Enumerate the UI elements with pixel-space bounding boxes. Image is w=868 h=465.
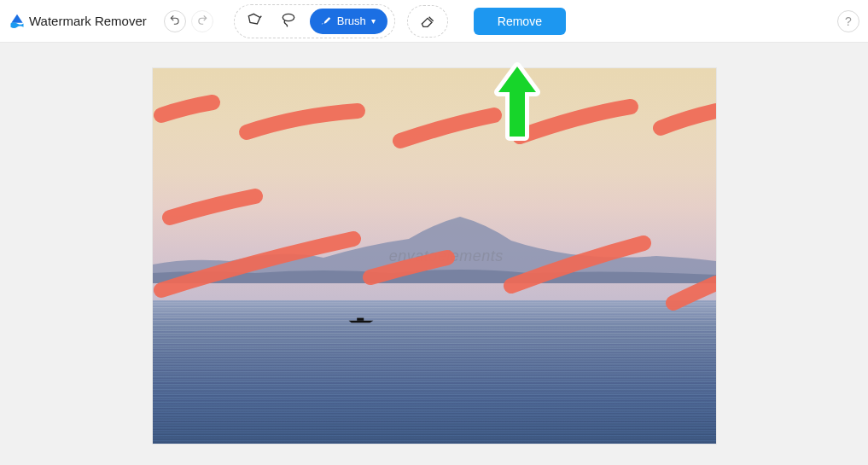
- brush-strokes-overlay: [153, 68, 716, 444]
- lasso-icon: [280, 11, 297, 32]
- brush-icon: [320, 14, 332, 28]
- app-logo: Watermark Remover: [9, 13, 147, 30]
- eraser-icon: [419, 11, 436, 32]
- app-logo-icon: [9, 13, 26, 30]
- redo-button[interactable]: [191, 10, 213, 32]
- selection-tools-group: Brush ▾: [234, 4, 395, 38]
- eraser-tool-group: [407, 5, 448, 38]
- chevron-down-icon: ▾: [371, 16, 376, 26]
- canvas-area: envatoelements: [0, 43, 868, 465]
- undo-icon: [169, 14, 181, 29]
- app-title: Watermark Remover: [29, 14, 147, 28]
- eraser-tool[interactable]: [415, 9, 440, 33]
- polygon-icon: [246, 11, 263, 32]
- lasso-select-tool[interactable]: [276, 9, 301, 33]
- remove-button[interactable]: Remove: [474, 8, 566, 35]
- top-toolbar: Watermark Remover: [0, 0, 868, 43]
- help-icon: ?: [845, 15, 852, 28]
- help-button[interactable]: ?: [837, 10, 859, 32]
- svg-point-0: [283, 14, 294, 20]
- redo-icon: [196, 14, 208, 29]
- brush-label: Brush: [337, 15, 366, 27]
- polygon-select-tool[interactable]: [242, 9, 267, 33]
- undo-button[interactable]: [164, 10, 186, 32]
- editing-image[interactable]: envatoelements: [153, 68, 716, 444]
- brush-tool-button[interactable]: Brush ▾: [310, 9, 387, 34]
